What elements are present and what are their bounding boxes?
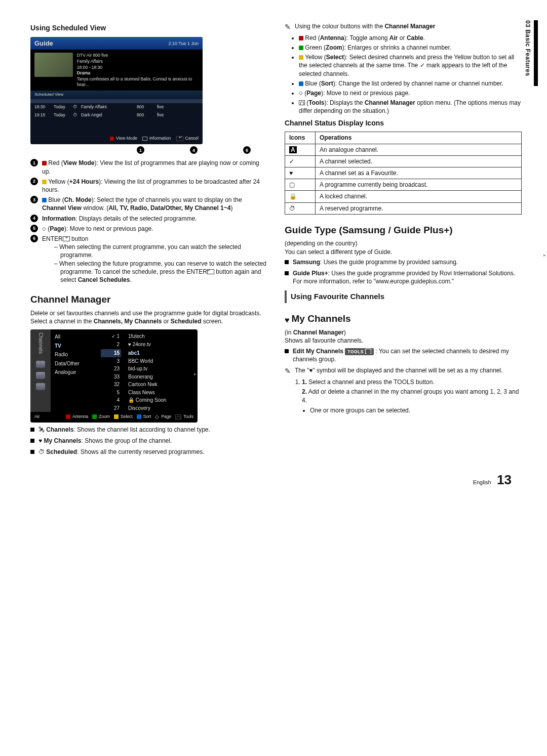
cm-channel-item[interactable]: Boonerang (128, 373, 193, 381)
guide-title: Guide (34, 39, 53, 48)
tools-icon (365, 349, 371, 354)
color-button-list: Red (Antenna): Toggle among Air or Cable… (299, 34, 522, 115)
cm-channel-item[interactable]: Discovery (128, 404, 193, 412)
guide-softkeys: View Mode Information Cancel (30, 134, 203, 144)
enter-icon (207, 269, 214, 274)
red-key-icon (66, 414, 70, 419)
guide-scheduled-view-label: Scheduled View (30, 91, 203, 99)
cm-channel-item[interactable]: 🔒 Coming Soon (128, 396, 193, 404)
guide-clock: 2:10 Tue 1 Jun (168, 40, 199, 47)
yellow-icon (299, 55, 303, 60)
blue-icon (299, 81, 303, 86)
guide-meta: DTV Air 800 five Family Affairs 18:00 - … (77, 53, 199, 88)
clock-icon: ⏱ (289, 205, 295, 212)
softkey-select[interactable]: Select (114, 414, 133, 419)
cm-softkeys: Air Antenna Zoom Select Sort ◇Page Tools (30, 412, 198, 421)
softkey-antenna[interactable]: Antenna (66, 414, 89, 419)
tools-key-icon (175, 414, 181, 419)
caret-right-icon: ▸ (194, 371, 197, 377)
bullet-icon (285, 271, 289, 275)
info-key-icon (142, 137, 147, 141)
green-key-icon (92, 414, 97, 419)
callout-4: 4 (190, 146, 198, 154)
tools-icon (299, 100, 305, 105)
softkey-page[interactable]: ◇Page (155, 414, 171, 419)
red-icon (42, 161, 47, 165)
heart-icon: ♥ (285, 316, 290, 324)
red-key-icon (110, 137, 114, 141)
satellite-icon: 🛰 (38, 426, 45, 433)
heading-my-channels: ♥My Channels (285, 312, 522, 326)
softkey-view-mode[interactable]: View Mode (110, 136, 137, 141)
tools-badge: TOOLS (345, 348, 374, 355)
updown-icon: ◇ (42, 227, 46, 230)
note-icon: ✎ (285, 22, 291, 32)
guide-type-list: Samsung: Uses the guide programme by pro… (285, 258, 522, 286)
softkey-tools[interactable]: Tools (175, 414, 193, 419)
section-tab-mark (534, 20, 538, 86)
red-icon (299, 36, 303, 40)
cm-channel-item[interactable]: 1futech (128, 332, 193, 341)
callout-1: 1 (137, 146, 144, 154)
cm-sidebar-label: Channels (37, 332, 44, 354)
cm-cat-dataother[interactable]: Data/Other (55, 359, 96, 368)
green-icon (299, 46, 303, 50)
cm-channel-item[interactable]: Cartoon Nwk (128, 381, 193, 389)
callout-numbers: 1 4 6 (137, 146, 267, 154)
softkey-sort[interactable]: Sort (137, 414, 151, 419)
clock-icon: ⏱ (73, 112, 81, 118)
cm-legend-list: 🛰 Channels: Shows the channel list accor… (30, 426, 267, 456)
callout-6: 6 (243, 146, 251, 154)
cm-tab-scheduled-icon[interactable] (36, 383, 45, 390)
bullet-icon (30, 450, 34, 454)
softkey-cancel[interactable]: Cancel (176, 136, 199, 141)
bullet-icon (30, 439, 34, 443)
heart-note: ✎ The "♥" symbol will be displayed and t… (285, 366, 522, 376)
yellow-key-icon (114, 414, 119, 419)
cm-tab-channels-icon[interactable] (36, 361, 45, 368)
cm-channel-item[interactable]: Class News (128, 389, 193, 397)
cm-channel-item[interactable]: ♥ 24ore.tv (128, 341, 193, 349)
channel-manager-panel: Channels All TV Radio Data/Other Analogu… (30, 329, 198, 422)
cm-number-col: ✓ 1 2 15 3 23 33 32 5 4 27 (99, 329, 123, 412)
guide-row: 19:15 Today ⏱ Dark Angel 800 five (30, 111, 203, 119)
guide-row: 18:30 Today ⏱ Family Affairs 800 five (30, 103, 203, 111)
page-footer: English 13 (30, 471, 522, 489)
softkey-zoom[interactable]: Zoom (92, 414, 110, 419)
blue-icon (42, 198, 47, 202)
dash-item: – When selecting the future programme, y… (54, 260, 267, 284)
my-channels-sub: (in Channel Manager) (285, 328, 522, 337)
guide-thumbnail (34, 53, 73, 77)
icons-table: IconsOperations AAn analogue channel. ✓A… (285, 132, 522, 214)
cm-channel-item[interactable]: bid-up.tv (128, 365, 193, 373)
enter-icon (63, 236, 70, 241)
dash-item: – When selecting the current programme, … (54, 243, 267, 259)
cm-air-label: Air (34, 414, 40, 419)
check-icon: ✓ (111, 333, 115, 339)
broadcast-icon: ▢ (289, 181, 295, 188)
cm-tab-mychannels-icon[interactable] (36, 372, 45, 379)
heading-scheduled-view: Using Scheduled View (30, 23, 267, 33)
th-icons: Icons (285, 132, 316, 144)
cm-intro: Delete or set favourites channels and us… (30, 309, 267, 325)
cm-cat-radio[interactable]: Radio (55, 350, 96, 359)
cm-cat-all[interactable]: All (55, 332, 96, 342)
cm-channel-item[interactable]: BBC World (128, 357, 193, 365)
footer-page-number: 13 (497, 472, 512, 487)
cm-channel-item[interactable]: abc1 (128, 349, 193, 357)
clock-icon: ⏱ (73, 104, 81, 110)
heading-favourite-channels: Using Favourite Channels (285, 290, 522, 303)
heading-icons: Channel Status Display Icons (285, 118, 522, 128)
guide-type-intro: You can select a different type of Guide… (285, 248, 522, 256)
bullet-icon (30, 428, 34, 432)
analogue-icon: A (289, 146, 297, 153)
th-operations: Operations (316, 132, 522, 144)
bullet-icon (285, 260, 289, 264)
cm-cat-tv[interactable]: TV (55, 342, 96, 351)
cm-channel-col: 1futech ♥ 24ore.tv abc1 BBC World bid-up… (123, 329, 198, 412)
cm-cat-analogue[interactable]: Analogue (55, 368, 96, 377)
my-channels-steps: 1. Select a channel and press the TOOLS … (302, 378, 522, 414)
lock-icon: 🔒 (289, 193, 297, 200)
edit-my-channels-list: Edit My Channels TOOLS : You can set the… (285, 347, 522, 364)
softkey-information[interactable]: Information (142, 136, 171, 141)
